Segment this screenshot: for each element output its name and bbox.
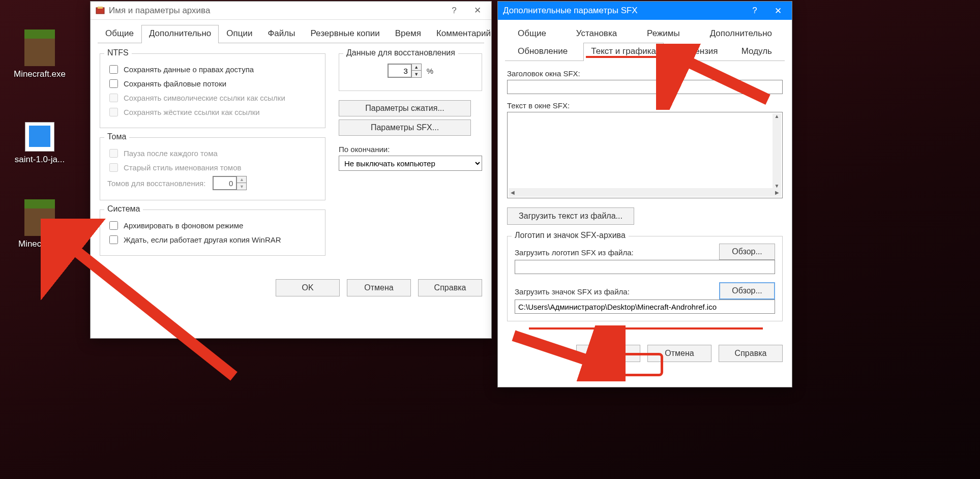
spin-down: ▼ xyxy=(237,183,246,190)
tab-license[interactable]: Лицензия xyxy=(672,43,726,61)
load-text-button[interactable]: Загрузить текст из файла... xyxy=(507,207,634,225)
textarea-sfx-text[interactable] xyxy=(508,112,782,198)
select-after-finish[interactable]: Не выключать компьютер xyxy=(339,156,482,171)
desktop-icon-minecraft-exe[interactable]: Minecraft.exe xyxy=(9,29,70,79)
titlebar[interactable]: Имя и параметры архива ? ✕ xyxy=(91,2,491,20)
tab-modes[interactable]: Режимы xyxy=(639,25,688,43)
close-button[interactable]: ✕ xyxy=(766,2,790,20)
input-sfx-title[interactable] xyxy=(507,80,783,94)
spin-recovery-percent[interactable]: ▲▼ xyxy=(388,64,422,78)
svg-rect-1 xyxy=(98,7,103,9)
label-sfx-text: Текст в окне SFX: xyxy=(507,101,783,110)
cb-background[interactable] xyxy=(109,221,118,230)
browse-logo-button[interactable]: Обзор... xyxy=(719,244,775,260)
desktop-icon-label: saint-1.0-ja... xyxy=(9,155,70,165)
cb-save-streams[interactable] xyxy=(109,79,118,88)
group-legend: NTFS xyxy=(104,48,132,57)
cb-label: Сохранять символические ссылки как ссылк… xyxy=(124,94,285,102)
input-icon-path[interactable] xyxy=(515,300,775,314)
tab-time[interactable]: Время xyxy=(388,25,429,43)
cb-label: Сохранять жёсткие ссылки как ссылки xyxy=(124,108,260,116)
tab-general[interactable]: Общие xyxy=(510,25,554,43)
cb-label: Сохранять файловые потоки xyxy=(124,79,226,88)
input-logo-path[interactable] xyxy=(515,260,775,274)
tab-update[interactable]: Обновление xyxy=(510,43,575,61)
browse-icon-button[interactable]: Обзор... xyxy=(719,282,775,300)
spin-input[interactable] xyxy=(388,64,411,77)
minecraft-block-icon xyxy=(21,29,58,66)
dialog-footer: OK Отмена Справка xyxy=(91,272,491,306)
tab-options[interactable]: Опции xyxy=(219,25,260,43)
cb-pause-volume xyxy=(109,149,118,158)
group-legend: Данные для восстановления xyxy=(343,48,458,57)
tab-advanced[interactable]: Дополнительно xyxy=(141,25,219,43)
tabs-row2: Обновление Текст и графика Лицензия Моду… xyxy=(498,43,792,61)
desktop-icon-saint-jar[interactable]: saint-1.0-ja... xyxy=(9,122,70,165)
cb-label: Архивировать в фоновом режиме xyxy=(124,221,243,230)
close-button[interactable]: ✕ xyxy=(466,2,489,20)
group-system: Система Архивировать в фоновом режиме Жд… xyxy=(100,209,325,256)
desktop-icon-minecraft-sfx[interactable]: Minecraft... xyxy=(9,199,70,249)
ok-button[interactable]: OK xyxy=(276,279,340,296)
window-title: Дополнительные параметры SFX xyxy=(503,6,743,16)
scrollbar-vertical[interactable]: ▲▼ xyxy=(773,113,781,189)
help-button[interactable]: ? xyxy=(442,2,466,20)
cb-wait-other[interactable] xyxy=(109,235,118,244)
cb-hardlinks xyxy=(109,108,118,116)
cb-save-acl[interactable] xyxy=(109,65,118,74)
tabs: Общие Дополнительно Опции Файлы Резервны… xyxy=(91,20,491,43)
group-ntfs: NTFS Сохранять данные о правах доступа С… xyxy=(100,53,325,128)
tab-general[interactable]: Общие xyxy=(98,25,141,43)
sfx-params-window: Дополнительные параметры SFX ? ✕ Общие У… xyxy=(497,1,792,387)
tab-module[interactable]: Модуль xyxy=(734,43,780,61)
window-title: Имя и параметры архива xyxy=(109,6,442,16)
help-button[interactable]: Справка xyxy=(418,279,482,296)
label-recovery-volumes: Томов для восстановления: xyxy=(107,179,205,188)
group-logo-icon: Логотип и значок SFX-архива Загрузить ло… xyxy=(507,236,783,321)
group-volumes: Тома Пауза после каждого тома Старый сти… xyxy=(100,137,325,200)
titlebar[interactable]: Дополнительные параметры SFX ? ✕ xyxy=(498,2,792,20)
cb-label: Старый стиль именования томов xyxy=(124,163,241,172)
desktop-icon-label: Minecraft... xyxy=(9,239,70,249)
label-sfx-title: Заголовок окна SFX: xyxy=(507,69,783,78)
compression-params-button[interactable]: Параметры сжатия... xyxy=(339,100,471,116)
label-load-logo: Загрузить логотип SFX из файла: xyxy=(515,248,634,257)
cb-label: Сохранять данные о правах доступа xyxy=(124,65,254,74)
minecraft-block-icon xyxy=(21,199,58,236)
spin-input xyxy=(213,176,236,190)
label-after-finish: По окончании: xyxy=(339,145,482,154)
winrar-icon xyxy=(96,6,105,15)
help-button[interactable]: ? xyxy=(743,2,766,20)
dialog-footer: OK Отмена Справка xyxy=(498,338,792,371)
group-legend: Логотип и значок SFX-архива xyxy=(512,231,629,240)
cancel-button[interactable]: Отмена xyxy=(647,345,711,362)
scrollbar-horizontal[interactable]: ◀▶ xyxy=(509,188,781,197)
group-legend: Тома xyxy=(104,132,129,141)
group-recovery: Данные для восстановления ▲▼ % xyxy=(339,53,482,91)
cb-label: Пауза после каждого тома xyxy=(124,149,218,158)
tab-advanced[interactable]: Дополнительно xyxy=(702,25,780,43)
unit-label: % xyxy=(427,67,433,75)
group-legend: Система xyxy=(104,204,143,214)
tab-setup[interactable]: Установка xyxy=(569,25,625,43)
spin-recovery-volumes: ▲▼ xyxy=(213,176,247,190)
spin-down[interactable]: ▼ xyxy=(412,71,421,77)
help-button[interactable]: Справка xyxy=(719,345,783,362)
cb-label: Ждать, если работает другая копия WinRAR xyxy=(124,235,281,244)
document-icon xyxy=(25,122,54,152)
label-load-icon: Загрузить значок SFX из файла: xyxy=(515,287,630,296)
archive-params-window: Имя и параметры архива ? ✕ Общие Дополни… xyxy=(90,1,492,339)
tab-text-graphics[interactable]: Текст и графика xyxy=(583,43,664,61)
cancel-button[interactable]: Отмена xyxy=(347,279,411,296)
tab-backup[interactable]: Резервные копии xyxy=(303,25,387,43)
tab-comment[interactable]: Комментарий xyxy=(429,25,498,43)
spin-up: ▲ xyxy=(237,176,246,183)
tabs-row1: Общие Установка Режимы Дополнительно xyxy=(498,20,792,43)
cb-symlinks xyxy=(109,94,118,102)
tab-files[interactable]: Файлы xyxy=(260,25,303,43)
spin-up[interactable]: ▲ xyxy=(412,64,421,71)
desktop-icon-label: Minecraft.exe xyxy=(9,69,70,79)
sfx-params-button[interactable]: Параметры SFX... xyxy=(339,119,471,136)
ok-button[interactable]: OK xyxy=(576,345,640,362)
cb-old-naming xyxy=(109,163,118,172)
